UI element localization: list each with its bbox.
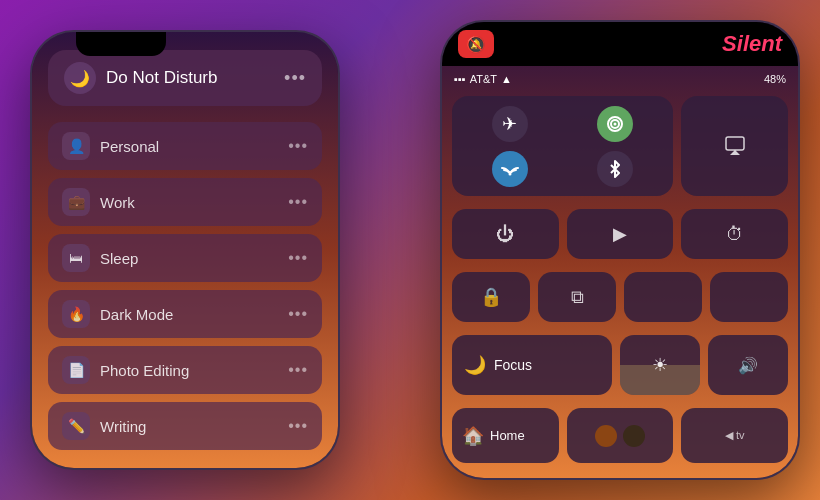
carrier-name: AT&T xyxy=(470,73,497,85)
photoediting-icon: 📄 xyxy=(62,356,90,384)
dot-dark xyxy=(623,425,645,447)
control-center: ✈ xyxy=(452,96,788,468)
play-button[interactable]: ▶ xyxy=(567,209,674,259)
cc-row3: 🔒 ⧉ xyxy=(452,272,788,322)
focus-more-darkmode[interactable]: ••• xyxy=(288,305,308,323)
focus-tile[interactable]: 🌙 Focus xyxy=(452,335,612,395)
bluetooth-button[interactable] xyxy=(597,151,633,187)
writing-icon: ✏️ xyxy=(62,412,90,440)
focus-item-photoediting[interactable]: 📄 Photo Editing ••• xyxy=(48,346,322,394)
phone-right: 🔕 Silent ▪▪▪ AT&T ▲ 48% ✈ xyxy=(440,20,800,480)
focus-item-writing[interactable]: ✏️ Writing ••• xyxy=(48,402,322,450)
volume-button[interactable]: 🔊 xyxy=(708,335,788,395)
focus-item-work[interactable]: 💼 Work ••• xyxy=(48,178,322,226)
focus-moon-icon: 🌙 xyxy=(464,354,486,376)
wifi-icon: ▲ xyxy=(501,73,512,85)
status-bar-right: ▪▪▪ AT&T ▲ 48% xyxy=(442,66,798,92)
dark-tile-2 xyxy=(710,272,788,322)
notch-left xyxy=(76,32,166,56)
focus-name-photoediting: Photo Editing xyxy=(100,362,278,379)
cc-row1: ✈ xyxy=(452,96,788,196)
dnd-banner[interactable]: 🌙 Do Not Disturb ••• xyxy=(48,50,322,106)
dnd-label: Do Not Disturb xyxy=(106,68,274,88)
cc-row5: 🏠 Home ◀ tv xyxy=(452,408,788,463)
dark-tile-1 xyxy=(624,272,702,322)
focus-item-sleep[interactable]: 🛏 Sleep ••• xyxy=(48,234,322,282)
focus-more-personal[interactable]: ••• xyxy=(288,137,308,155)
focus-name-personal: Personal xyxy=(100,138,278,155)
focus-list: 👤 Personal ••• 💼 Work ••• 🛏 Sleep ••• 🔥 … xyxy=(48,122,322,450)
wifi-button[interactable] xyxy=(492,151,528,187)
power-button[interactable]: ⏻ xyxy=(452,209,559,259)
brightness-button[interactable]: ☀ xyxy=(620,335,700,395)
darkmode-icon: 🔥 xyxy=(62,300,90,328)
dnd-dots[interactable]: ••• xyxy=(284,68,306,89)
home-label: Home xyxy=(490,428,525,443)
tv-label: ◀ tv xyxy=(725,429,745,442)
dot-pair-tile[interactable] xyxy=(567,408,674,463)
focus-item-personal[interactable]: 👤 Personal ••• xyxy=(48,122,322,170)
cellular-button[interactable] xyxy=(597,106,633,142)
focus-more-photoediting[interactable]: ••• xyxy=(288,361,308,379)
phone-left: 🌙 Do Not Disturb ••• 👤 Personal ••• 💼 Wo… xyxy=(30,30,340,470)
silent-banner: 🔕 Silent xyxy=(442,22,798,66)
airplane-button[interactable]: ✈ xyxy=(492,106,528,142)
signal-bars: ▪▪▪ xyxy=(454,73,466,85)
svg-point-3 xyxy=(508,172,511,175)
mirror-button[interactable]: ⧉ xyxy=(538,272,616,322)
silent-bell-icon: 🔕 xyxy=(458,30,494,58)
focus-more-writing[interactable]: ••• xyxy=(288,417,308,435)
svg-rect-4 xyxy=(726,137,744,150)
home-tile[interactable]: 🏠 Home xyxy=(452,408,559,463)
airplay-button[interactable] xyxy=(681,96,788,196)
focus-name-work: Work xyxy=(100,194,278,211)
sleep-icon: 🛏 xyxy=(62,244,90,272)
brightness-icon: ☀ xyxy=(652,354,668,376)
focus-item-darkmode[interactable]: 🔥 Dark Mode ••• xyxy=(48,290,322,338)
dot-brown xyxy=(595,425,617,447)
lock-rotation-button[interactable]: 🔒 xyxy=(452,272,530,322)
connectivity-tile: ✈ xyxy=(452,96,673,196)
focus-more-work[interactable]: ••• xyxy=(288,193,308,211)
screen-left: 🌙 Do Not Disturb ••• 👤 Personal ••• 💼 Wo… xyxy=(32,32,338,468)
focus-more-sleep[interactable]: ••• xyxy=(288,249,308,267)
screen-right: 🔕 Silent ▪▪▪ AT&T ▲ 48% ✈ xyxy=(442,22,798,478)
cc-row4: 🌙 Focus ☀ 🔊 xyxy=(452,335,788,395)
tv-button[interactable]: ◀ tv xyxy=(681,408,788,463)
moon-icon: 🌙 xyxy=(64,62,96,94)
focus-name-sleep: Sleep xyxy=(100,250,278,267)
svg-point-2 xyxy=(614,122,617,125)
focus-name-writing: Writing xyxy=(100,418,278,435)
work-icon: 💼 xyxy=(62,188,90,216)
focus-name-darkmode: Dark Mode xyxy=(100,306,278,323)
battery-info: 48% xyxy=(764,73,786,85)
focus-tile-label: Focus xyxy=(494,357,532,373)
home-icon: 🏠 xyxy=(462,425,484,447)
silent-label: Silent xyxy=(722,31,782,57)
cc-row2: ⏻ ▶ ⏱ xyxy=(452,209,788,259)
personal-icon: 👤 xyxy=(62,132,90,160)
carrier-info: ▪▪▪ AT&T ▲ xyxy=(454,73,512,85)
timer-button[interactable]: ⏱ xyxy=(681,209,788,259)
scene: 🌙 Do Not Disturb ••• 👤 Personal ••• 💼 Wo… xyxy=(0,0,820,500)
battery-percentage: 48% xyxy=(764,73,786,85)
